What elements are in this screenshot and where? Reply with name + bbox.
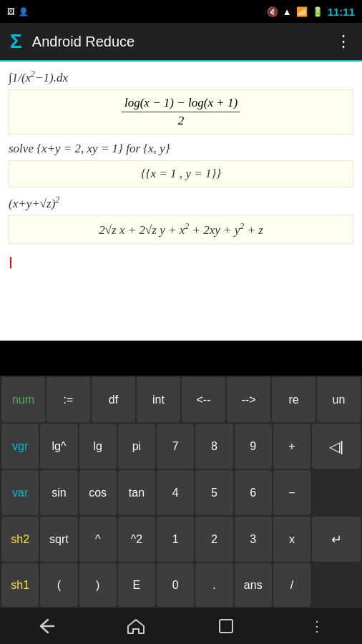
wifi-icon: ▲ [283,6,292,17]
result-3: 2√z x + 2√z y + x2 + 2xy + y2 + z [9,215,353,244]
status-icons: 🖼 👤 [7,7,29,16]
key-tan[interactable]: tan [118,470,155,515]
keyboard-row-5: sh1 ( ) E 0 . ans / [0,562,362,608]
result-1-fraction: log(x − 1) − log(x + 1) 2 [18,96,344,128]
svg-rect-1 [220,620,233,633]
cursor-area [9,251,353,268]
key-divide[interactable]: / [273,563,310,607]
key-int[interactable]: int [137,377,180,422]
result-3-text: 2√z x + 2√z y + x2 + 2xy + y2 + z [18,221,344,238]
key-6[interactable]: 6 [235,470,272,515]
key-vgr[interactable]: vgr [1,424,39,469]
key-backspace[interactable]: ◁| [312,424,361,469]
result-2-text: {{x = 1 , y = 1}} [18,167,344,181]
key-7[interactable]: 7 [157,424,194,469]
expression-2-input: solve {x+y = 2, xy = 1} for {x, y} [9,142,353,156]
key-num[interactable]: num [1,377,45,422]
signal-icon: 📶 [296,6,308,17]
status-time: 11:11 [328,6,355,18]
key-close-paren[interactable]: ) [79,563,117,607]
key-plus[interactable]: + [273,424,310,469]
key-var[interactable]: var [1,470,39,515]
key-left-arrow[interactable]: <-- [182,377,225,422]
key-open-paren[interactable]: ( [40,563,77,607]
mute-icon: 🔇 [267,6,278,17]
key-enter[interactable]: ↵ [312,517,361,562]
key-ans[interactable]: ans [235,563,272,607]
keyboard: num := df int <-- --> re un vgr lg^ lg p… [0,376,362,608]
app-title: Android Reduce [32,34,326,50]
key-lg[interactable]: lg [79,424,117,469]
key-9[interactable]: 9 [235,424,272,469]
key-lg-caret[interactable]: lg^ [40,424,77,469]
sigma-icon: Σ [10,30,22,53]
key-2[interactable]: 2 [195,517,233,562]
key-5[interactable]: 5 [195,470,233,515]
key-1[interactable]: 1 [157,517,194,562]
keyboard-row-3: var sin cos tan 4 5 6 − [0,469,362,515]
key-0[interactable]: 0 [157,563,194,607]
key-un[interactable]: un [317,377,361,422]
menu-button[interactable]: ⋮ [336,32,352,51]
key-pi[interactable]: pi [118,424,155,469]
keyboard-row-1: num := df int <-- --> re un [0,376,362,422]
key-8[interactable]: 8 [195,424,233,469]
battery-icon: 🔋 [312,6,323,17]
key-df[interactable]: df [92,377,135,422]
keyboard-row-4: sh2 sqrt ^ ^2 1 2 3 x ↵ [0,515,362,562]
nav-more-button[interactable]: ⋮ [295,612,338,640]
text-cursor [10,257,11,268]
key-re[interactable]: re [272,377,315,422]
key-placeholder-3 [312,470,361,515]
key-placeholder-5 [312,563,361,607]
key-caret[interactable]: ^ [79,517,117,562]
key-x[interactable]: x [273,517,310,562]
key-sqrt[interactable]: sqrt [40,517,77,562]
key-4[interactable]: 4 [157,470,194,515]
key-minus[interactable]: − [273,470,310,515]
person-icon: 👤 [19,7,29,16]
key-3[interactable]: 3 [235,517,272,562]
app-bar: Σ Android Reduce ⋮ [0,23,362,62]
key-assign[interactable]: := [47,377,90,422]
bottom-nav: ⋮ [0,608,362,644]
expression-1-input: ∫1/(x2−1).dx [9,69,353,85]
nav-recents-button[interactable] [205,612,248,640]
key-sh2[interactable]: sh2 [1,517,39,562]
nav-home-button[interactable] [114,612,157,640]
result-1: log(x − 1) − log(x + 1) 2 [9,89,353,135]
fraction-denominator-1: 2 [175,112,187,128]
key-e[interactable]: E [118,563,155,607]
key-sh1[interactable]: sh1 [1,563,39,607]
content-area: ∫1/(x2−1).dx log(x − 1) − log(x + 1) 2 s… [0,62,362,341]
nav-back-button[interactable] [24,612,67,640]
key-sin[interactable]: sin [40,470,77,515]
key-right-arrow[interactable]: --> [227,377,270,422]
keyboard-row-2: vgr lg^ lg pi 7 8 9 + ◁| [0,422,362,469]
fraction-numerator-1: log(x − 1) − log(x + 1) [122,96,240,112]
key-caret2[interactable]: ^2 [118,517,155,562]
key-dot[interactable]: . [195,563,233,607]
expression-3-input: (x+y+√z)2 [9,195,353,211]
result-2: {{x = 1 , y = 1}} [9,160,353,187]
status-bar: 🖼 👤 🔇 ▲ 📶 🔋 11:11 [0,0,362,23]
key-cos[interactable]: cos [79,470,117,515]
gallery-icon: 🖼 [7,7,15,16]
